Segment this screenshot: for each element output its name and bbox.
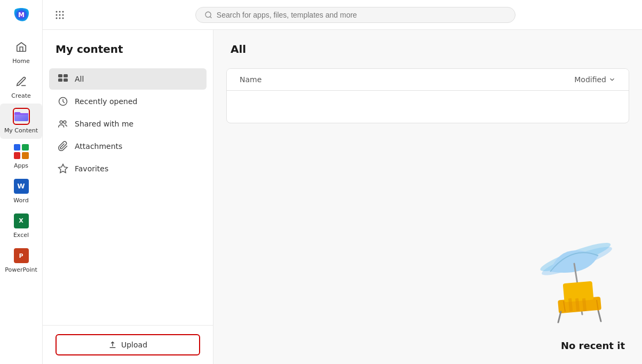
sidebar-item-powerpoint-label: PowerPoint — [5, 266, 37, 273]
sidebar-item-my-content[interactable]: My Content — [0, 104, 42, 138]
sidebar-item-word[interactable]: W Word — [0, 173, 42, 208]
sidebar-item-create-label: Create — [11, 92, 31, 99]
topbar — [43, 0, 642, 30]
word-icon: W — [13, 178, 30, 195]
svg-rect-16 — [58, 78, 62, 82]
svg-point-8 — [62, 14, 64, 15]
my-content-icon — [13, 108, 30, 125]
sidebar-item-apps-label: Apps — [14, 162, 28, 169]
table-container: Name Modified — [226, 68, 629, 123]
nav-list: All Recently opened — [43, 64, 213, 325]
sidebar-item-word-label: Word — [13, 197, 28, 204]
grid-icon[interactable] — [51, 6, 68, 23]
upload-btn-area: Upload — [43, 325, 213, 364]
nav-item-favorites[interactable]: Favorites — [49, 158, 207, 179]
svg-line-29 — [558, 312, 561, 322]
sidebar-item-create[interactable]: Create — [0, 69, 42, 104]
right-panel: All Name Modified — [213, 30, 642, 364]
upload-icon — [108, 341, 117, 349]
shared-icon — [58, 118, 68, 129]
star-icon — [58, 163, 68, 174]
main-wrapper: My content All — [43, 30, 642, 364]
svg-point-10 — [59, 17, 61, 19]
svg-marker-21 — [59, 164, 68, 173]
home-icon — [13, 38, 30, 56]
empty-illustration — [518, 229, 625, 336]
svg-line-13 — [210, 16, 211, 18]
sidebar-item-excel[interactable]: X Excel — [0, 208, 42, 243]
sort-down-icon — [608, 76, 616, 83]
apps-icon — [13, 143, 30, 160]
sidebar-item-home-label: Home — [12, 58, 29, 65]
svg-point-4 — [59, 11, 61, 12]
ms365-logo[interactable]: M — [11, 4, 32, 26]
search-input[interactable] — [217, 11, 506, 19]
upload-button[interactable]: Upload — [56, 334, 200, 355]
sidebar-item-home[interactable]: Home — [0, 34, 42, 69]
content-title: All — [231, 43, 625, 56]
no-recent-text: No recent it — [561, 340, 625, 351]
clock-icon — [58, 96, 68, 107]
search-icon — [204, 11, 212, 19]
col-name: Name — [240, 75, 574, 84]
svg-rect-14 — [58, 74, 62, 77]
nav-item-favorites-label: Favorites — [75, 164, 108, 173]
nav-item-all[interactable]: All — [49, 68, 207, 90]
svg-rect-15 — [64, 74, 68, 77]
sidebar-item-powerpoint[interactable]: P PowerPoint — [0, 243, 42, 278]
create-icon — [13, 73, 30, 90]
svg-point-12 — [205, 12, 210, 17]
col-modified[interactable]: Modified — [574, 75, 616, 84]
content-header: All — [213, 30, 642, 64]
attachment-icon — [58, 141, 68, 152]
svg-point-19 — [60, 121, 62, 123]
table-body-empty — [227, 91, 629, 123]
svg-point-3 — [56, 11, 58, 12]
svg-text:M: M — [18, 11, 25, 19]
nav-item-all-label: All — [75, 75, 84, 83]
left-panel: My content All — [43, 30, 213, 364]
nav-item-attachments[interactable]: Attachments — [49, 136, 207, 157]
sidebar-item-my-content-label: My Content — [4, 127, 38, 134]
sidebar-item-excel-label: Excel — [13, 232, 29, 239]
svg-point-5 — [62, 11, 64, 12]
upload-label: Upload — [121, 341, 147, 349]
svg-point-11 — [62, 17, 64, 19]
nav-item-recently-opened-label: Recently opened — [75, 97, 137, 106]
svg-point-6 — [56, 14, 58, 15]
svg-rect-17 — [64, 78, 68, 82]
excel-icon: X — [13, 212, 30, 230]
nav-item-shared-with-me-label: Shared with me — [75, 120, 133, 128]
table-header: Name Modified — [227, 69, 629, 91]
svg-line-30 — [598, 311, 601, 321]
nav-item-recently-opened[interactable]: Recently opened — [49, 91, 207, 112]
panel-title: My content — [43, 30, 213, 64]
nav-item-shared-with-me[interactable]: Shared with me — [49, 113, 207, 134]
svg-point-9 — [56, 17, 58, 19]
svg-point-7 — [59, 14, 61, 15]
nav-item-attachments-label: Attachments — [75, 142, 122, 151]
svg-point-20 — [64, 121, 66, 123]
sidebar: M Home Create — [0, 0, 43, 364]
sidebar-item-apps[interactable]: Apps — [0, 139, 42, 173]
powerpoint-icon: P — [13, 247, 30, 264]
empty-state: No recent it — [213, 128, 642, 364]
search-bar[interactable] — [195, 7, 516, 23]
all-icon — [58, 74, 68, 84]
